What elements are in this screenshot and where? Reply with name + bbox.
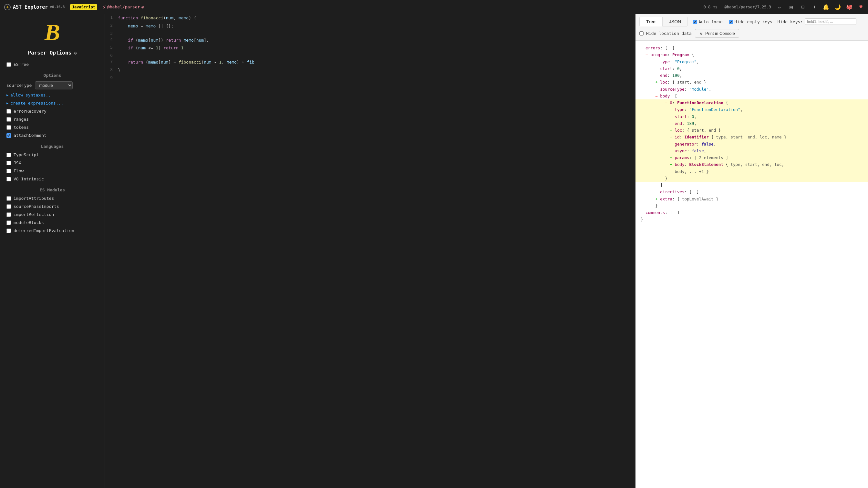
code-line-7: 7 return (memo[num] = fibonacci(num - 1,… xyxy=(105,58,635,66)
babel-logo: B xyxy=(0,21,104,44)
allow-syntaxes-row[interactable]: ▶ allow syntaxes... xyxy=(0,91,104,99)
source-phase-imports-option: sourcePhaseImports xyxy=(0,202,104,210)
code-editor[interactable]: 1 function fibonacci(num, memo) { 2 memo… xyxy=(105,14,636,488)
flow-checkbox[interactable] xyxy=(6,169,11,173)
ranges-checkbox[interactable] xyxy=(6,117,11,122)
topbar-right: 0.8 ms @babel/parser@7.25.3 ✏️ ▤ ⊟ ⬆ 🔔 🌙… xyxy=(703,4,864,10)
tab-json[interactable]: JSON xyxy=(662,17,688,27)
v8-intrinsic-checkbox[interactable] xyxy=(6,177,11,182)
hide-keys-input[interactable] xyxy=(805,19,857,25)
expand-icon[interactable]: + xyxy=(670,162,672,167)
ast-tabs: Tree JSON xyxy=(640,17,688,27)
source-phase-imports-checkbox[interactable] xyxy=(6,204,11,209)
app-logo: AST Explorer v0.16.3 xyxy=(4,4,65,11)
share-icon[interactable]: ⊟ xyxy=(800,4,806,10)
deferred-import-checkbox[interactable] xyxy=(6,228,11,233)
ast-panel: Tree JSON Auto focus Hide empty keys Hid… xyxy=(636,14,868,488)
arrow-icon: ▶ xyxy=(6,93,8,97)
v8-intrinsic-label[interactable]: V8 Intrinsic xyxy=(13,176,44,182)
tokens-label[interactable]: tokens xyxy=(13,125,29,130)
source-type-row: sourceType script module unambiguous xyxy=(0,80,104,91)
expand-icon[interactable]: + xyxy=(670,135,672,139)
gear-icon[interactable]: ⚙ xyxy=(74,51,76,56)
ast-line: + id: Identifier { type, start, end, loc… xyxy=(641,134,863,140)
hide-empty-keys-checkbox[interactable] xyxy=(729,20,733,24)
flow-label[interactable]: Flow xyxy=(13,168,24,173)
auto-focus-checkbox[interactable] xyxy=(693,20,697,24)
tokens-checkbox[interactable] xyxy=(6,125,11,130)
source-type-label: sourceType xyxy=(6,83,32,88)
perf-display: 0.8 ms @babel/parser@7.25.3 xyxy=(703,5,771,9)
import-reflection-label[interactable]: importReflection xyxy=(13,212,54,217)
code-line-5: 5 if (num <= 1) return 1 xyxy=(105,44,635,52)
ast-line: + loc: { start, end } xyxy=(641,127,863,134)
tab-tree[interactable]: Tree xyxy=(640,17,662,27)
ast-line: + body: BlockStatement { type, start, en… xyxy=(641,161,863,168)
ast-checkboxes: Auto focus Hide empty keys xyxy=(693,20,772,24)
import-attributes-label[interactable]: importAttributes xyxy=(13,196,54,201)
expand-icon[interactable]: + xyxy=(670,155,672,160)
source-phase-imports-label[interactable]: sourcePhaseImports xyxy=(13,204,59,209)
ast-line: body, ... +1 } xyxy=(641,168,863,175)
source-type-select[interactable]: script module unambiguous xyxy=(35,82,73,89)
jsx-checkbox[interactable] xyxy=(6,161,11,165)
ranges-option: ranges xyxy=(0,115,104,123)
expand-icon[interactable]: + xyxy=(655,197,658,201)
error-recovery-checkbox[interactable] xyxy=(6,109,11,113)
import-reflection-checkbox[interactable] xyxy=(6,213,11,217)
hide-empty-keys-label[interactable]: Hide empty keys xyxy=(729,20,772,24)
ranges-label[interactable]: ranges xyxy=(13,117,29,122)
sidebar-logo: B xyxy=(0,14,104,47)
language-badge[interactable]: JavaScript xyxy=(70,4,97,10)
jsx-label[interactable]: JSX xyxy=(13,160,21,165)
error-recovery-label[interactable]: errorRecovery xyxy=(13,109,46,113)
edit-icon[interactable]: ✏️ xyxy=(776,4,783,10)
ast-line: − program: Program { xyxy=(641,51,863,58)
attach-comment-checkbox[interactable] xyxy=(6,133,11,138)
estree-label[interactable]: ESTree xyxy=(13,62,29,67)
code-line-9: 9 xyxy=(105,74,635,81)
collapse-icon[interactable]: − xyxy=(655,94,658,98)
typescript-checkbox[interactable] xyxy=(6,153,11,157)
typescript-label[interactable]: TypeScript xyxy=(13,152,39,157)
module-blocks-checkbox[interactable] xyxy=(6,221,11,225)
hide-location-label[interactable]: Hide location data xyxy=(640,31,692,36)
import-attributes-checkbox[interactable] xyxy=(6,196,11,201)
typescript-option: TypeScript xyxy=(0,151,104,159)
parser-badge[interactable]: ⚡ @babel/parser ⊙ xyxy=(102,4,144,10)
expand-icon[interactable]: + xyxy=(670,128,672,133)
parser-options-title: Parser Options ⚙ xyxy=(0,47,104,60)
create-expressions-row[interactable]: ▶ create expressions... xyxy=(0,99,104,107)
ast-line: type: "FunctionDeclaration", xyxy=(641,106,863,113)
deferred-import-label[interactable]: deferredImportEvaluation xyxy=(13,228,74,233)
ast-line: sourceType: "module", xyxy=(641,86,863,93)
code-area[interactable]: 1 function fibonacci(num, memo) { 2 memo… xyxy=(105,14,635,488)
ast-line: + loc: { start, end } xyxy=(641,79,863,86)
options-section-title: Options xyxy=(0,68,104,80)
expand-icon[interactable]: + xyxy=(655,80,658,85)
github-icon[interactable]: 🐙 xyxy=(846,4,852,10)
print-console-button[interactable]: 🖨 Print in Console xyxy=(695,29,739,38)
collapse-icon[interactable]: − xyxy=(665,100,668,105)
moon-icon[interactable]: 🌙 xyxy=(834,4,841,10)
download-icon[interactable]: ⬆ xyxy=(811,4,817,10)
layout-icon[interactable]: ▤ xyxy=(788,4,795,10)
module-blocks-label[interactable]: moduleBlocks xyxy=(13,220,44,225)
import-reflection-option: importReflection xyxy=(0,210,104,219)
heart-icon[interactable]: ♥ xyxy=(858,4,864,10)
code-line-4: 4 if (memo[num]) return memo[num]; xyxy=(105,36,635,44)
bell-icon[interactable]: 🔔 xyxy=(823,4,829,10)
attach-comment-label[interactable]: attachComment xyxy=(13,133,46,138)
ast-line: type: "Program", xyxy=(641,58,863,65)
ast-line: ] xyxy=(641,182,863,189)
hide-location-checkbox[interactable] xyxy=(640,31,644,35)
error-recovery-option: errorRecovery xyxy=(0,107,104,115)
auto-focus-label[interactable]: Auto focus xyxy=(693,20,724,24)
collapse-icon[interactable]: − xyxy=(646,52,648,57)
ast-line: async: false, xyxy=(641,148,863,154)
v8-intrinsic-option: V8 Intrinsic xyxy=(0,175,104,183)
estree-checkbox[interactable] xyxy=(6,62,11,67)
ast-line: start: 0, xyxy=(641,65,863,72)
sidebar: B Parser Options ⚙ ESTree Options source… xyxy=(0,14,105,488)
ast-line: end: 190, xyxy=(641,72,863,79)
